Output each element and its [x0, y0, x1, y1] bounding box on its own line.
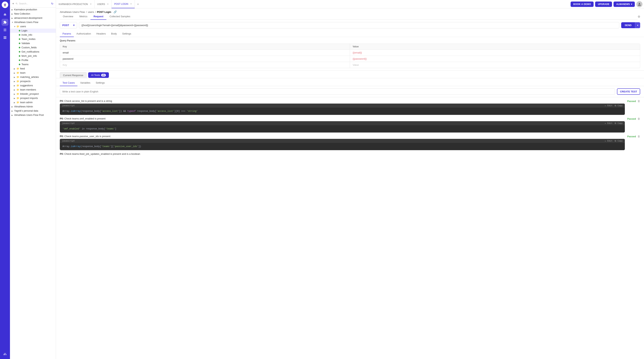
- tab-test-cases[interactable]: Test Cases: [60, 80, 78, 86]
- breadcrumb: AlmaNews Users Flow / users / POST Login…: [56, 9, 644, 14]
- upgrade-button[interactable]: UPGRADE: [595, 2, 612, 7]
- request-custom-fields[interactable]: Custom_fields: [10, 46, 56, 50]
- copy-action-3[interactable]: ⧉ Copy: [615, 140, 622, 142]
- folder-team-members[interactable]: ▶ 📁 team members: [10, 88, 56, 92]
- param-tab-params[interactable]: Params: [60, 31, 74, 37]
- tab-close[interactable]: ✕: [130, 3, 132, 5]
- tab-overview[interactable]: Overview: [60, 14, 76, 20]
- folder-prospects[interactable]: ▶ 📁 prospects: [10, 79, 56, 83]
- request-teams[interactable]: Teams: [10, 62, 56, 67]
- param-key-password[interactable]: password: [60, 56, 350, 62]
- param-value-password[interactable]: {{password}}: [350, 56, 640, 62]
- request-get-notifications[interactable]: Get_notifications: [10, 50, 56, 54]
- collection-yagnik-personal[interactable]: ▶ Yagnik's personal data: [10, 109, 56, 113]
- request-profile[interactable]: Profile: [10, 58, 56, 62]
- request-invite-info[interactable]: invite_info: [10, 33, 56, 37]
- search-box[interactable]: Search...: [16, 2, 50, 5]
- breadcrumb-part2[interactable]: users: [88, 11, 94, 14]
- tab-collected-samples[interactable]: Collected Samples: [106, 14, 133, 20]
- collection-label: AlmaNews Users Flow: [14, 21, 38, 24]
- request-team-invites[interactable]: Team_invites: [10, 37, 56, 41]
- tab-settings[interactable]: Settings: [93, 80, 108, 86]
- folder-feed[interactable]: ▶ 📁 feed: [10, 67, 56, 71]
- param-value-empty[interactable]: Value: [350, 62, 640, 68]
- edit-action-1[interactable]: ✏ Edit: [605, 104, 612, 107]
- delete-icon-1[interactable]: 🗑: [638, 100, 640, 103]
- tree-sidebar: + Search... ↻ ▶ Karmabox-production ▶ Ne…: [10, 0, 56, 359]
- tab-users[interactable]: USERS ✕: [94, 0, 112, 8]
- nav-collections-icon[interactable]: [2, 27, 8, 33]
- app-logo[interactable]: 🔮: [2, 2, 8, 8]
- breadcrumb-current: POST Login: [97, 11, 111, 14]
- collection-new[interactable]: ▶ New Collection: [10, 12, 56, 16]
- add-icon[interactable]: +: [12, 2, 14, 5]
- code-block-1: javascript ✏ Edit ⧉ Copy Array.isArray(r…: [60, 104, 625, 115]
- test-case-status-2: Passed 🗑: [627, 117, 640, 120]
- param-value-email[interactable]: {{email}}: [350, 50, 640, 56]
- tab-current-response[interactable]: Current Response: [60, 72, 87, 78]
- param-tab-headers[interactable]: Headers: [94, 31, 108, 37]
- request-label: Team_invites: [22, 38, 36, 41]
- nav-home-icon[interactable]: [2, 11, 8, 18]
- param-tab-settings[interactable]: Settings: [120, 31, 134, 37]
- test-case-label-3: P0: Check teams.passive_user_ids is pres…: [60, 135, 625, 138]
- folder-users[interactable]: ▼ 📁 users: [10, 24, 56, 29]
- user-avatar[interactable]: [636, 1, 642, 7]
- copy-link-icon[interactable]: 🔗: [114, 10, 117, 14]
- delete-icon-2[interactable]: 🗑: [638, 117, 640, 120]
- folder-team[interactable]: ▶ 📁 team: [10, 71, 56, 75]
- collection-label: AlmaNews Admin: [14, 105, 33, 108]
- tab-close[interactable]: ✕: [90, 3, 92, 5]
- collection-karmabox[interactable]: ▶ Karmabox-production: [10, 8, 56, 12]
- collection-almaconnect[interactable]: ▶ almaconnect-development: [10, 16, 56, 20]
- request-label: Teams: [22, 63, 28, 66]
- param-tab-body[interactable]: Body: [108, 31, 120, 37]
- collection-almanews-flow[interactable]: ▼ AlmaNews Users Flow: [10, 20, 56, 24]
- url-input[interactable]: [79, 22, 619, 28]
- params-table-header: Key Value: [60, 44, 640, 50]
- tab-metrics[interactable]: Metrics: [76, 14, 90, 20]
- param-key-email[interactable]: email: [60, 50, 350, 56]
- folder-prospect-imports[interactable]: ▶ 📁 prospect imports: [10, 96, 56, 100]
- send-button[interactable]: SEND: [621, 22, 635, 28]
- send-dropdown-button[interactable]: ▾: [635, 22, 640, 28]
- test-case-content-3: P0: Check teams.passive_user_ids is pres…: [60, 135, 625, 150]
- folder-team-admin[interactable]: ▶ 📁 team admin: [10, 100, 56, 105]
- collection-almanews-admin[interactable]: ▶ AlmaNews Admin: [10, 105, 56, 109]
- tab-request[interactable]: Request: [90, 14, 106, 20]
- param-tab-authorization[interactable]: Authorization: [74, 31, 94, 37]
- tab-variables[interactable]: Variables: [78, 80, 93, 86]
- request-login[interactable]: Login: [10, 29, 56, 33]
- nav-grid-icon[interactable]: [2, 34, 8, 41]
- method-select[interactable]: POST ▾: [60, 22, 77, 28]
- folder-suggestions[interactable]: ▶ 📁 suggestions: [10, 83, 56, 88]
- edit-action-3[interactable]: ✏ Edit: [605, 140, 612, 142]
- nav-api-icon[interactable]: [2, 19, 8, 26]
- almanews-button[interactable]: ALMANEWS ▾: [614, 2, 635, 7]
- edit-action-2[interactable]: ✏ Edit: [605, 122, 612, 124]
- delete-icon-3[interactable]: 🗑: [638, 135, 640, 138]
- refresh-icon[interactable]: ↻: [51, 2, 54, 5]
- test-case-status-3: Passed 🗑: [627, 135, 640, 138]
- request-validate[interactable]: Validate: [10, 41, 56, 46]
- nav-team-icon[interactable]: [2, 350, 8, 357]
- collection-almanews-users-post[interactable]: ▶ AlmaNews Users Flow Post: [10, 113, 56, 117]
- tab-close[interactable]: ✕: [107, 3, 109, 5]
- copy-action-1[interactable]: ⧉ Copy: [615, 104, 622, 107]
- test-case-row-3: P0: Check teams.passive_user_ids is pres…: [60, 135, 640, 150]
- gear-icon[interactable]: ⚙: [638, 15, 640, 19]
- folder-matching-articles[interactable]: ▶ 📁 matching_articles: [10, 75, 56, 79]
- folder-linkedin-prospect[interactable]: ▶ 📁 linkedin_prospect: [10, 92, 56, 96]
- tab-karmabox[interactable]: KARMABOX-PRODUCTION ✕: [56, 0, 94, 8]
- almanews-label: ALMANEWS: [616, 3, 630, 6]
- book-demo-button[interactable]: BOOK A DEMO: [570, 2, 594, 7]
- create-test-button[interactable]: CREATE TEST: [617, 88, 640, 95]
- request-fetch-join-info[interactable]: fetch_join_info: [10, 54, 56, 58]
- tab-post-login[interactable]: POST LOGIN ✕: [112, 0, 135, 8]
- breadcrumb-part1[interactable]: AlmaNews Users Flow: [60, 11, 85, 14]
- param-key-empty[interactable]: Key: [60, 62, 350, 68]
- copy-action-2[interactable]: ⧉ Copy: [615, 122, 622, 124]
- tab-ai-tests[interactable]: AI Tests 29: [88, 72, 109, 78]
- test-case-input[interactable]: [60, 88, 615, 95]
- tab-add-button[interactable]: +: [135, 0, 141, 8]
